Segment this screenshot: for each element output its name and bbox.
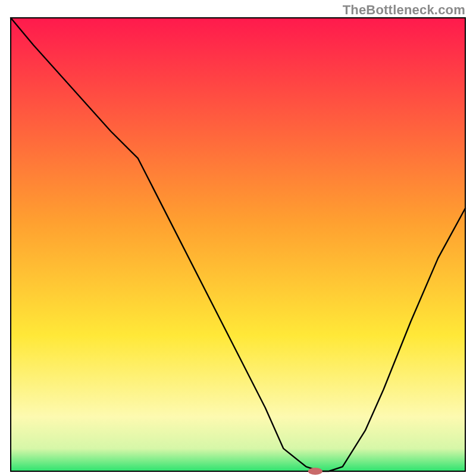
plot-background [11,18,465,471]
chart-container: { "watermark": "TheBottleneck.com", "cha… [0,0,476,476]
watermark-text: TheBottleneck.com [343,2,465,18]
bottleneck-chart [0,0,476,476]
current-point-marker [308,468,322,475]
